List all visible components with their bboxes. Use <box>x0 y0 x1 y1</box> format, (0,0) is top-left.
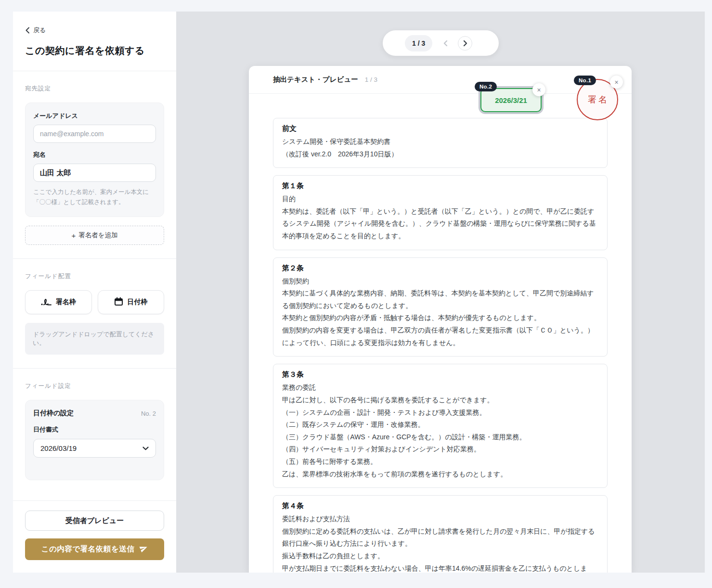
date-format-value: 2026/03/19 <box>40 444 77 452</box>
article-line: （一）システムの企画・設計・開発・テストおよび導入支援業務。 <box>282 407 598 419</box>
article-line: 甲は乙に対し、以下の各号に掲げる業務を委託することができます。 <box>282 394 598 407</box>
article-line: システム開発・保守委託基本契約書 <box>282 136 598 148</box>
date-settings-title: 日付枠の設定 <box>33 409 74 418</box>
article-line: 甲が支払期日までに委託料を支払わない場合、甲は年率14.6%の遅延損害金を乙に支… <box>282 562 598 573</box>
previous-page-button[interactable] <box>439 36 453 51</box>
article-line: 個別契約 <box>282 275 598 288</box>
divider <box>13 71 176 71</box>
recipient-helper-text: ここで入力した名前が、案内メール本文に「〇〇様」として記載されます。 <box>33 187 156 207</box>
preview-canvas: 1 / 3 抽出テキスト・プレビュー 1 / 3 前文 システム開発・保守委託基… <box>176 12 705 573</box>
contract-article: 前文 システム開発・保守委託基本契約書（改訂後 ver.2.0 2026年3月1… <box>273 118 608 168</box>
signature-icon <box>41 297 52 307</box>
date-settings-card: 日付枠の設定 No. 2 日付書式 2026/03/19 <box>25 400 164 480</box>
recipient-name-label: 宛名 <box>33 151 156 159</box>
article-line: 目的 <box>282 193 598 205</box>
date-field-button-label: 日付枠 <box>127 298 147 307</box>
back-label: 戻る <box>33 26 46 35</box>
back-chevron-icon <box>25 27 30 34</box>
date-field-close-button[interactable]: × <box>532 83 545 96</box>
next-page-button[interactable] <box>458 36 472 51</box>
article-line: 個別契約の内容を変更する場合は、甲乙双方の責任者が署名した変更指示書（以下「ＣＯ… <box>282 324 598 349</box>
article-title: 第４条 <box>282 501 598 511</box>
date-field-button[interactable]: 日付枠 <box>98 290 165 314</box>
contract-article: 第２条 個別契約本契約に基づく具体的な業務内容、納期、委託料等は、本契約を基本契… <box>273 257 608 357</box>
article-line: （二）既存システムの保守・運用・改修業務。 <box>282 419 598 431</box>
article-line: （三）クラウド基盤（AWS・Azure・GCPを含む。）の設計・構築・運用業務。 <box>282 431 598 444</box>
article-line: （改訂後 ver.2.0 2026年3月10日版） <box>282 148 598 161</box>
paper-plane-icon <box>140 544 148 554</box>
date-field-number-badge: No.2 <box>475 82 497 91</box>
article-line: 本契約と個別契約の内容が矛盾・抵触する場合は、本契約が優先するものとします。 <box>282 312 598 324</box>
signature-field-close-button[interactable]: × <box>610 76 623 89</box>
date-format-label: 日付書式 <box>33 425 156 434</box>
plus-icon: + <box>71 231 76 240</box>
article-line: （四）サイバーセキュリティ対策およびインシデント対応業務。 <box>282 443 598 456</box>
article-lines: 目的本契約は、委託者（以下「甲」という。）と受託者（以下「乙」という。）との間で… <box>282 193 598 242</box>
divider <box>13 258 176 259</box>
back-button[interactable]: 戻る <box>25 26 164 35</box>
signature-field-button[interactable]: 署名枠 <box>25 290 92 314</box>
article-line: 乙は、業界標準の技術水準をもって前項の業務を遂行するものとします。 <box>282 468 598 481</box>
document-preview-page: 1 / 3 <box>365 76 377 83</box>
article-line: 本契約は、委託者（以下「甲」という。）と受託者（以下「乙」という。）との間で、甲… <box>282 205 598 243</box>
add-signer-button[interactable]: + 署名者を追加 <box>25 226 164 245</box>
field-place-section-label: フィールド配置 <box>25 272 164 281</box>
recipient-preview-button[interactable]: 受信者プレビュー <box>25 511 164 531</box>
sidebar-footer: 受信者プレビュー この内容で署名依頼を送信 <box>13 500 176 560</box>
email-label: メールアドレス <box>33 112 156 120</box>
drag-drop-hint: ドラッグアンドドロップで配置してください。 <box>25 323 164 355</box>
page-title: この契約に署名を依頼する <box>25 44 164 57</box>
signature-field-number-badge: No.1 <box>574 76 596 85</box>
divider <box>13 368 176 369</box>
field-button-row: 署名枠 日付枠 <box>25 290 164 314</box>
article-line: 本契約に基づく具体的な業務内容、納期、委託料等は、本契約を基本契約として、甲乙間… <box>282 287 598 312</box>
email-field[interactable] <box>33 125 156 143</box>
date-settings-number: No. 2 <box>141 410 156 417</box>
chevron-right-icon <box>462 40 468 47</box>
add-signer-label: 署名者を追加 <box>78 231 117 240</box>
date-format-select[interactable]: 2026/03/19 <box>33 439 156 458</box>
article-line: 委託料および支払方法 <box>282 513 598 525</box>
article-title: 第２条 <box>282 264 598 273</box>
recipient-card: メールアドレス 宛名 ここで入力した名前が、案内メール本文に「〇〇様」として記載… <box>25 102 164 217</box>
document-preview-panel: 抽出テキスト・プレビュー 1 / 3 前文 システム開発・保守委託基本契約書（改… <box>249 66 632 573</box>
article-lines: システム開発・保守委託基本契約書（改訂後 ver.2.0 2026年3月10日版… <box>282 136 598 160</box>
recipient-section-label: 宛先設定 <box>25 85 164 93</box>
recipient-name-field[interactable] <box>33 164 156 182</box>
article-title: 前文 <box>282 124 598 133</box>
contract-article: 第４条 委託料および支払方法個別契約に定める委託料の支払いは、乙が甲に対し請求書… <box>273 495 608 573</box>
document-preview-title: 抽出テキスト・プレビュー <box>273 75 358 84</box>
page-indicator: 1 / 3 <box>405 35 432 51</box>
article-lines: 個別契約本契約に基づく具体的な業務内容、納期、委託料等は、本契約を基本契約として… <box>282 275 598 349</box>
sidebar: 戻る この契約に署名を依頼する 宛先設定 メールアドレス 宛名 ここで入力した名… <box>13 12 176 573</box>
document-body: 前文 システム開発・保守委託基本契約書（改訂後 ver.2.0 2026年3月1… <box>249 94 632 573</box>
send-signature-request-button[interactable]: この内容で署名依頼を送信 <box>25 538 164 560</box>
article-line: 個別契約に定める委託料の支払いは、乙が甲に対し請求書を発行した月の翌々月末日に、… <box>282 525 598 550</box>
article-line: （五）前各号に附帯する業務。 <box>282 456 598 468</box>
close-icon: × <box>537 87 541 93</box>
article-title: 第１条 <box>282 181 598 191</box>
page-navigation: 1 / 3 <box>383 30 499 56</box>
calendar-icon <box>114 297 123 307</box>
signature-field-button-label: 署名枠 <box>56 298 76 307</box>
article-title: 第３条 <box>282 370 598 379</box>
contract-article: 第３条 業務の委託甲は乙に対し、以下の各号に掲げる業務を委託することができます。… <box>273 364 608 488</box>
article-line: 振込手数料は乙の負担とします。 <box>282 550 598 562</box>
article-lines: 業務の委託甲は乙に対し、以下の各号に掲げる業務を委託することができます。（一）シ… <box>282 382 598 480</box>
signature-stamp-label: 署名 <box>586 94 609 105</box>
field-settings-section-label: フィールド設定 <box>25 382 164 390</box>
app-root: 戻る この契約に署名を依頼する 宛先設定 メールアドレス 宛名 ここで入力した名… <box>0 0 712 588</box>
article-lines: 委託料および支払方法個別契約に定める委託料の支払いは、乙が甲に対し請求書を発行し… <box>282 513 598 573</box>
send-button-label: この内容で署名依頼を送信 <box>41 544 134 554</box>
date-field-value: 2026/3/21 <box>495 96 527 104</box>
contract-article: 第１条 目的本契約は、委託者（以下「甲」という。）と受託者（以下「乙」という。）… <box>273 175 608 250</box>
article-line: 業務の委託 <box>282 382 598 394</box>
chevron-left-icon <box>443 40 449 47</box>
close-icon: × <box>614 79 618 86</box>
